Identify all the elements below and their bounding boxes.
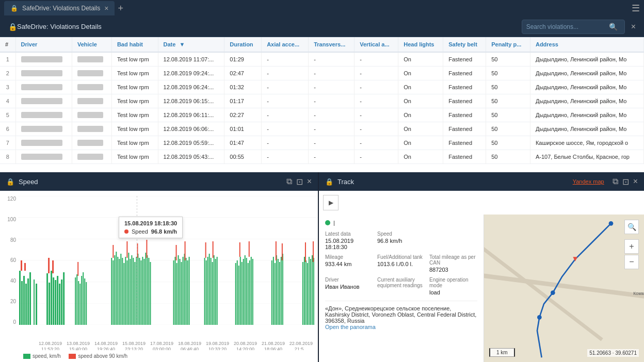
track-panel-restore-icon[interactable]: ⧉ [613, 177, 618, 186]
col-driver[interactable]: Driver [15, 37, 72, 52]
speed-panel-close-icon[interactable]: × [307, 177, 312, 186]
table-row[interactable]: 8XXXXXXXXXXXXXTest low rpm12.08.2019 05:… [0, 150, 644, 164]
info-engine: Engine operation mode load [429, 277, 477, 295]
yandex-map-link[interactable]: Yandex map [573, 178, 604, 185]
svg-rect-95 [240, 257, 241, 325]
svg-rect-97 [243, 259, 244, 325]
svg-rect-8 [21, 281, 23, 325]
speed-panel-header: 🔒 Speed ⧉ ⊡ × [0, 172, 318, 191]
svg-point-132 [537, 315, 542, 320]
tooltip-date: 15.08.2019 18:18:30 [124, 220, 177, 226]
col-duration[interactable]: Duration [224, 37, 262, 52]
map-svg: Комму... пос. И... [484, 215, 644, 362]
svg-rect-39 [114, 255, 115, 325]
info-mileage-label: Mileage [325, 254, 373, 260]
active-tab[interactable]: 🔒 SafeDrive: Violations Details × [4, 1, 115, 15]
speed-panel-minimize-icon[interactable]: ⊡ [296, 177, 303, 187]
col-vehicle[interactable]: Vehicle [72, 37, 111, 52]
track-panel-minimize-icon[interactable]: ⊡ [622, 177, 629, 187]
legend-green-color [23, 354, 30, 359]
zoom-in-button[interactable]: + [624, 239, 639, 254]
svg-rect-91 [213, 241, 214, 258]
table-row[interactable]: 3XXXXXXXXXXXXXTest low rpm12.08.2019 06:… [0, 80, 644, 94]
speed-panel-lock-icon: 🔒 [6, 178, 14, 186]
svg-rect-64 [126, 241, 127, 258]
svg-rect-20 [53, 277, 54, 325]
col-date[interactable]: Date ▼ [158, 37, 224, 52]
search-bar: 🔍 [522, 20, 625, 34]
col-axial[interactable]: Axial acce... [262, 37, 309, 52]
svg-rect-123 [313, 258, 314, 325]
table-body: 1XXXXXXXXXXXXXTest low rpm12.08.2019 11:… [0, 52, 644, 164]
svg-rect-99 [246, 258, 247, 325]
row-number: 7 [0, 136, 15, 150]
svg-rect-9 [23, 276, 25, 325]
row-number: 2 [0, 67, 15, 80]
svg-rect-90 [205, 242, 206, 258]
info-engine-label: Engine operation mode [429, 277, 477, 288]
svg-rect-79 [176, 245, 177, 260]
svg-rect-101 [249, 260, 250, 325]
violations-table-section: # Driver Vehicle Bad habit Date ▼ Durati… [0, 37, 644, 172]
svg-rect-11 [27, 278, 29, 325]
svg-rect-109 [276, 255, 277, 325]
legend-green-item: speed, km/h [23, 353, 60, 359]
speed-panel: 🔒 Speed ⧉ ⊡ × 120 100 80 60 40 20 0 [0, 172, 319, 362]
title-bar-menu-icon[interactable]: ☰ [632, 3, 640, 14]
svg-rect-102 [251, 257, 252, 325]
svg-rect-106 [271, 260, 272, 325]
tab-close-button[interactable]: × [104, 4, 108, 12]
col-safety-belt[interactable]: Safety belt [443, 37, 486, 52]
row-number: 8 [0, 150, 15, 164]
map-area[interactable]: Комму... пос. И... 🔍 + − 1 km [484, 215, 644, 362]
svg-point-129 [609, 221, 614, 226]
col-penalty[interactable]: Penalty p... [486, 37, 530, 52]
table-row[interactable]: 4XXXXXXXXXXXXXTest low rpm12.08.2019 06:… [0, 94, 644, 108]
svg-rect-38 [112, 260, 114, 325]
svg-rect-69 [175, 257, 176, 325]
svg-rect-7 [19, 271, 21, 325]
svg-rect-77 [187, 260, 188, 325]
col-address[interactable]: Address [530, 37, 643, 52]
tooltip-speed-label: Speed [132, 228, 148, 235]
svg-rect-115 [282, 243, 283, 260]
map-search-button[interactable]: 🔍 [624, 220, 639, 234]
col-head-lights[interactable]: Head lights [398, 37, 443, 52]
svg-rect-14 [36, 284, 37, 325]
info-latest-data-label: Latest data [325, 231, 373, 237]
svg-rect-62 [150, 262, 151, 325]
track-panel-close-icon[interactable]: × [633, 177, 638, 186]
table-row[interactable]: 1XXXXXXXXXXXXXTest low rpm12.08.2019 11:… [0, 52, 644, 67]
svg-rect-40 [116, 252, 117, 325]
new-tab-button[interactable]: + [118, 3, 123, 14]
table-row[interactable]: 7XXXXXXXXXXXXXTest low rpm12.08.2019 05:… [0, 136, 644, 150]
col-transvers[interactable]: Transvers... [309, 37, 355, 52]
track-panel-header: 🔒 Track Yandex map ⧉ ⊡ × [319, 172, 644, 191]
panorama-link[interactable]: Open the panorama [325, 324, 376, 330]
info-header: | [325, 220, 477, 226]
col-vertical[interactable]: Vertical a... [355, 37, 398, 52]
table-row[interactable]: 5XXXXXXXXXXXXXTest low rpm12.08.2019 06:… [0, 108, 644, 122]
svg-rect-47 [126, 260, 127, 325]
svg-rect-26 [48, 258, 50, 273]
svg-rect-66 [146, 240, 147, 258]
svg-rect-34 [84, 278, 85, 325]
svg-rect-45 [123, 263, 124, 325]
svg-rect-48 [128, 253, 129, 325]
legend-red-item: speed above 90 km/h [69, 353, 127, 359]
table-row[interactable]: 6XXXXXXXXXXXXXTest low rpm12.08.2019 06:… [0, 122, 644, 136]
table-row[interactable]: 2XXXXXXXXXXXXXTest low rpm12.08.2019 09:… [0, 67, 644, 80]
track-panel: 🔒 Track Yandex map ⧉ ⊡ × ▶ | Latest da [319, 172, 644, 362]
legend-red-label: speed above 90 km/h [78, 353, 127, 359]
header-close-button[interactable]: × [631, 22, 636, 31]
zoom-out-button[interactable]: − [624, 255, 639, 269]
svg-rect-55 [139, 258, 140, 325]
row-number: 6 [0, 122, 15, 136]
col-bad-habit[interactable]: Bad habit [111, 37, 158, 52]
speed-chart-svg [18, 196, 318, 325]
speed-panel-restore-icon[interactable]: ⧉ [286, 177, 292, 186]
search-input[interactable] [526, 23, 609, 30]
svg-rect-41 [117, 257, 118, 325]
play-button[interactable]: ▶ [323, 195, 339, 210]
info-status-dot [325, 220, 330, 225]
